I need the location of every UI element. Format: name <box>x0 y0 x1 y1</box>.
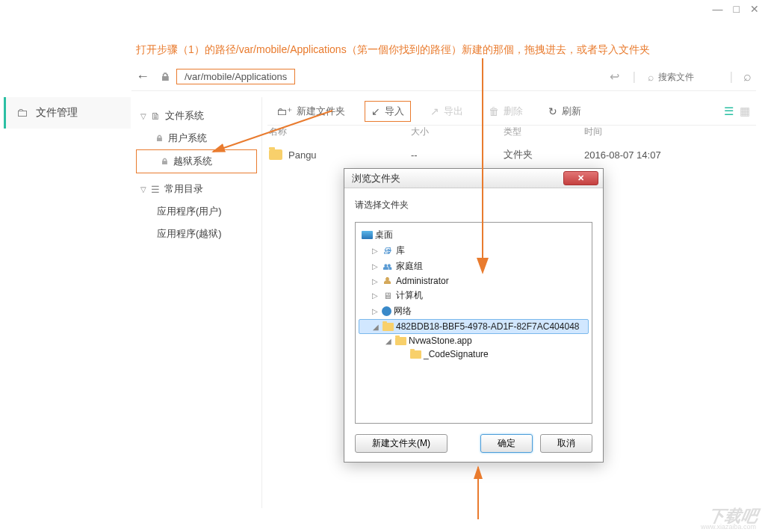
expand-arrow-icon: ▷ <box>371 291 380 300</box>
sidebar-item-file-manager[interactable]: 🗀︎ 文件管理 <box>4 97 131 129</box>
col-header-size[interactable]: 大小 <box>411 126 504 143</box>
tool-label: 删除 <box>504 105 523 118</box>
new-folder-icon: 🗀⁺︎ <box>276 105 292 117</box>
tree-node-label: Administrator <box>396 276 449 286</box>
chevron-down-icon: ▽ <box>140 185 146 194</box>
tree-node-network[interactable]: ▷ 网络 <box>359 303 589 319</box>
folder-icon <box>410 350 421 359</box>
tree-node-codesignature[interactable]: _CodeSignature <box>359 347 589 361</box>
tree-node-label: 库 <box>396 244 405 257</box>
tree-node-app[interactable]: ◢ NvwaStone.app <box>359 334 589 347</box>
collapse-arrow-icon: ◢ <box>384 337 393 345</box>
file-size: -- <box>411 149 504 161</box>
dialog-close-button[interactable]: ✕ <box>563 171 598 185</box>
trash-icon: 🗑︎ <box>489 105 499 117</box>
tool-label: 刷新 <box>562 105 581 118</box>
import-button[interactable]: ↙︎ 导入 <box>365 101 411 122</box>
tree-node-label: 桌面 <box>375 229 393 241</box>
toolbar: 🗀⁺︎ 新建文件夹 ↙︎ 导入 ↗︎ 导出 🗑︎ 删除 ↻ 刷新 ☰ ▦ <box>267 97 756 126</box>
view-toggle: ☰ ▦ <box>724 105 756 118</box>
tree-item-user-system[interactable]: 🔒︎ 用户系统 <box>131 127 261 149</box>
network-icon <box>382 306 391 316</box>
dialog-folder-tree[interactable]: 桌面 ▷ 📚︎ 库 ▷ 👥︎ 家庭组 ▷ 👤︎ Administrator ▷ … <box>355 222 592 424</box>
search-icon: ⌕ <box>648 71 654 83</box>
tool-label: 导出 <box>444 105 463 118</box>
dialog-new-folder-button[interactable]: 新建文件夹(M) <box>355 434 447 453</box>
left-sidebar: 🗀︎ 文件管理 <box>4 97 131 129</box>
folder-icon <box>382 323 394 331</box>
refresh-icon: ↻ <box>548 105 557 117</box>
tree-item-apps-jailbreak[interactable]: 应用程序(越狱) <box>131 223 261 245</box>
col-header-type[interactable]: 类型 <box>504 126 584 143</box>
tree-node-label: NvwaStone.app <box>409 335 472 346</box>
tree-node-label: _CodeSignature <box>424 349 489 359</box>
window-controls: — □ ✕ <box>713 3 759 15</box>
dialog-prompt: 请选择文件夹 <box>355 199 592 211</box>
watermark-url: www.xiazaiba.com <box>701 523 756 531</box>
search-input[interactable] <box>658 72 718 82</box>
dialog-titlebar[interactable]: 浏览文件夹 ✕ <box>344 169 603 188</box>
homegroup-icon: 👥︎ <box>382 262 394 272</box>
tree-node-computer[interactable]: ▷ 🖥︎ 计算机 <box>359 288 589 303</box>
forward-button[interactable]: ↩︎ <box>602 69 627 84</box>
lock-icon: 🔒︎ <box>161 157 169 166</box>
list-view-button[interactable]: ☰ <box>724 105 734 118</box>
expand-arrow-icon: ▷ <box>371 262 380 270</box>
file-row[interactable]: Pangu -- 文件夹 2016-08-07 14:07 <box>269 143 756 166</box>
list-icon: ☰ <box>151 184 160 195</box>
file-list-header: 名称 大小 类型 时间 <box>269 126 756 143</box>
tool-label: 导入 <box>385 105 404 118</box>
computer-icon: 🖥︎ <box>382 291 394 301</box>
chevron-down-icon: ▽ <box>140 112 146 120</box>
browse-folder-dialog: 浏览文件夹 ✕ 请选择文件夹 桌面 ▷ 📚︎ 库 ▷ 👥︎ 家庭组 ▷ 👤︎ A <box>344 168 604 463</box>
export-button[interactable]: ↗︎ 导出 <box>424 102 469 121</box>
tree-node-administrator[interactable]: ▷ 👤︎ Administrator <box>359 274 589 288</box>
expand-arrow-icon: ▷ <box>371 247 380 255</box>
path-bar: ← 🔒︎ /var/mobile/Applications ↩︎ | ⌕ | ⌕ <box>131 67 756 91</box>
folder-icon: 🗀︎ <box>16 106 28 120</box>
tree-label: 越狱系统 <box>173 155 212 168</box>
tree-node-selected-folder[interactable]: ◢ 482BDB18-BBF5-4978-AD1F-82F7AC404048 <box>359 319 589 334</box>
folder-icon <box>395 337 406 345</box>
back-button[interactable]: ← <box>131 69 154 84</box>
tree-node-desktop[interactable]: 桌面 <box>359 227 589 243</box>
tree-item-jailbreak-system[interactable]: 🔒︎ 越狱系统 <box>136 149 257 173</box>
path-input[interactable]: /var/mobile/Applications <box>176 69 295 84</box>
tree-label: 文件系统 <box>165 109 204 123</box>
expand-arrow-icon: ▷ <box>371 307 380 315</box>
library-icon: 📚︎ <box>382 246 394 256</box>
refresh-button[interactable]: ↻ 刷新 <box>542 102 587 121</box>
maximize-button[interactable]: □ <box>734 3 740 15</box>
dialog-cancel-button[interactable]: 取消 <box>540 434 592 453</box>
dialog-button-row: 新建文件夹(M) 确定 取消 <box>355 434 592 453</box>
tree-label: 应用程序(用户) <box>157 205 222 218</box>
dialog-ok-button[interactable]: 确定 <box>480 434 533 453</box>
tree-node-label: 网络 <box>394 305 412 318</box>
sidebar-label: 文件管理 <box>36 106 78 120</box>
tree-node-label: 计算机 <box>396 289 423 302</box>
import-icon: ↙︎ <box>371 105 380 117</box>
instruction-annotation: 打开步骤（1）的路径/var/mobile/Applications（第一個你找… <box>136 43 650 57</box>
file-name: Pangu <box>288 149 317 161</box>
tree-item-apps-user[interactable]: 应用程序(用户) <box>131 200 261 223</box>
close-window-button[interactable]: ✕ <box>750 3 759 15</box>
lock-icon: 🔒︎ <box>160 71 170 83</box>
delete-button[interactable]: 🗑︎ 删除 <box>483 102 529 121</box>
user-icon: 👤︎ <box>382 276 394 286</box>
grid-view-button[interactable]: ▦ <box>740 105 750 118</box>
tree-header-common-dirs[interactable]: ▽ ☰ 常用目录 <box>131 178 261 200</box>
folder-icon <box>269 149 282 160</box>
tree-header-filesystem[interactable]: ▽ 🗎︎ 文件系统 <box>131 105 261 127</box>
minimize-button[interactable]: — <box>713 3 723 15</box>
search-button[interactable]: ⌕ <box>739 69 756 84</box>
dialog-title-text: 浏览文件夹 <box>352 172 400 185</box>
file-time: 2016-08-07 14:07 <box>584 149 756 161</box>
desktop-icon <box>362 231 373 239</box>
tree-node-homegroup[interactable]: ▷ 👥︎ 家庭组 <box>359 259 589 274</box>
col-header-name[interactable]: 名称 <box>269 126 411 143</box>
new-folder-button[interactable]: 🗀⁺︎ 新建文件夹 <box>270 102 351 121</box>
tree-label: 用户系统 <box>168 132 207 145</box>
col-header-time[interactable]: 时间 <box>584 126 756 143</box>
tree-node-library[interactable]: ▷ 📚︎ 库 <box>359 243 589 259</box>
tree-label: 常用目录 <box>164 182 203 196</box>
